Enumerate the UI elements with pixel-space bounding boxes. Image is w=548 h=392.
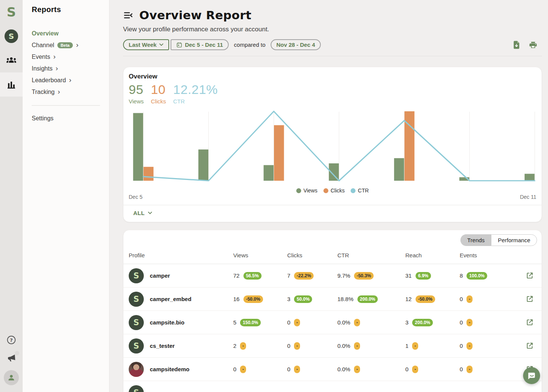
compare-range-picker[interactable]: Nov 28 - Dec 4 (271, 39, 321, 50)
delta-badge: - (354, 342, 360, 350)
column-header-reach: Reach (405, 252, 460, 258)
cell-reach: 3 200.0% (405, 319, 460, 326)
external-link-icon[interactable] (526, 342, 534, 350)
page-subtitle: View your profile performance across you… (123, 26, 542, 33)
profile-name: campsitedemo (150, 366, 189, 372)
range-preset-dropdown[interactable]: Last Week (123, 39, 169, 50)
delta-badge: - (466, 295, 473, 303)
svg-text:?: ? (10, 337, 13, 343)
sidebar-nav: OverviewChannelBeta›Events›Insights›Lead… (32, 28, 100, 98)
sidebar-item-insights[interactable]: Insights› (32, 63, 100, 74)
rail-announcements-button[interactable] (0, 349, 23, 367)
column-header-events: Events (460, 252, 526, 258)
legend-dot (296, 188, 301, 193)
delta-badge: -50.0% (243, 295, 263, 303)
sidebar-item-settings[interactable]: Settings (32, 112, 100, 124)
rail-help-button[interactable]: ? (0, 331, 23, 349)
cell-views: 2 - (233, 342, 287, 350)
table-row-camper_embed: Scamper_embed 16 -50.0% 3 50.0% 18.8% 20… (123, 287, 542, 311)
table-row: S (123, 381, 542, 392)
sidebar-item-leaderboard[interactable]: Leaderboard› (32, 74, 100, 86)
chat-launcher-button[interactable] (523, 367, 540, 384)
cell-views: 72 56.5% (233, 272, 287, 280)
delta-badge: -22.2% (294, 272, 314, 280)
cell-events: 0 - (460, 366, 526, 373)
overview-card-title: Overview (129, 73, 536, 80)
sidebar: Reports OverviewChannelBeta›Events›Insig… (23, 0, 109, 392)
delta-badge: - (466, 319, 473, 326)
chart-legend: Views Clicks CTR (129, 188, 536, 194)
legend-dot (351, 188, 356, 193)
table-row-camper: Scamper 72 56.5% 7 -22.2% 9.7% -50.3% 31… (123, 264, 542, 287)
table-row-cs_tester: Scs_tester 2 - 0 - 0.0% - 1 - (123, 334, 542, 358)
x-label-start: Dec 5 (129, 194, 143, 200)
delta-badge: 56.5% (243, 272, 262, 280)
chevron-right-icon: › (53, 53, 55, 60)
chevron-down-icon (159, 43, 163, 46)
column-header-clicks: Clicks (287, 252, 337, 258)
tab-performance[interactable]: Performance (491, 234, 537, 246)
app-window: S S ? (0, 0, 548, 392)
external-link-icon[interactable] (526, 295, 534, 303)
overview-chart (129, 111, 536, 182)
cell-link (526, 295, 542, 303)
legend-item-ctr: CTR (351, 188, 369, 194)
delta-badge: - (294, 366, 300, 373)
chevron-right-icon: › (76, 41, 78, 48)
cell-reach: 31 6.9% (405, 272, 460, 280)
print-report-button[interactable] (529, 41, 537, 49)
table-header-row: ProfileViewsClicksCTRReachEvents (123, 247, 542, 264)
overview-card: Overview 95 Views10 Clicks12.21% CTR Vie… (123, 67, 542, 222)
tab-trends[interactable]: Trends (460, 234, 491, 246)
column-header-profile: Profile (129, 252, 233, 258)
profile-avatar: S (129, 315, 144, 330)
profile-avatar: S (129, 385, 144, 392)
delta-badge: - (294, 319, 300, 326)
rail-audience-button[interactable] (0, 48, 23, 72)
rail-profile-button[interactable] (0, 367, 23, 388)
user-avatar (4, 370, 19, 385)
sidebar-item-channel[interactable]: ChannelBeta› (32, 39, 100, 51)
legend-item-views: Views (296, 188, 317, 194)
sidebar-item-tracking[interactable]: Tracking› (32, 86, 100, 98)
cell-ctr: 0.0% - (337, 366, 405, 373)
rail-reports-button[interactable] (0, 72, 23, 97)
sidebar-item-overview[interactable]: Overview (32, 28, 100, 39)
cell-views: 0 - (233, 366, 287, 373)
column-header-ctr: CTR (337, 252, 405, 258)
table-row-campsite.bio: Scampsite.bio 5 150.0% 0 - 0.0% - 3 200.… (123, 311, 542, 334)
main-content: Overview Report View your profile perfor… (109, 0, 548, 392)
delta-badge: - (354, 366, 360, 373)
profile-filter-dropdown[interactable]: ALL (133, 210, 152, 216)
profile-avatar: S (129, 268, 144, 283)
rail-logo-button[interactable]: S (0, 0, 23, 24)
external-link-icon[interactable] (526, 318, 534, 326)
summary-stats: 95 Views10 Clicks12.21% CTR (129, 82, 536, 105)
external-link-icon[interactable] (526, 272, 534, 280)
delta-badge: - (240, 342, 246, 350)
profile-avatar: S (129, 338, 144, 354)
sidebar-item-events[interactable]: Events› (32, 51, 100, 63)
download-report-button[interactable] (513, 40, 520, 49)
icon-rail: S S ? (0, 0, 23, 392)
cell-ctr: 9.7% -50.3% (337, 272, 405, 280)
bar-chart-icon (6, 79, 17, 90)
cell-clicks: 0 - (287, 366, 337, 373)
collapse-sidebar-icon[interactable] (123, 10, 133, 20)
cell-clicks: 3 50.0% (287, 295, 337, 303)
chevron-down-icon (148, 212, 152, 214)
delta-badge: -50.3% (354, 272, 374, 280)
cell-clicks: 7 -22.2% (287, 272, 337, 280)
profile-name: camper (150, 272, 170, 279)
delta-badge: - (466, 366, 473, 373)
delta-badge: - (466, 342, 473, 350)
beta-badge: Beta (57, 42, 73, 48)
date-controls: Last Week Dec 5 - Dec 11 compared to Nov… (123, 39, 542, 50)
delta-badge: - (294, 342, 300, 350)
date-range-picker[interactable]: Dec 5 - Dec 11 (171, 39, 229, 50)
legend-item-clicks: Clicks (323, 188, 345, 194)
table-body: Scamper 72 56.5% 7 -22.2% 9.7% -50.3% 31… (123, 264, 542, 392)
chevron-right-icon: › (69, 76, 71, 83)
stat-ctr: 12.21% CTR (173, 82, 218, 105)
rail-account-button[interactable]: S (0, 24, 23, 48)
